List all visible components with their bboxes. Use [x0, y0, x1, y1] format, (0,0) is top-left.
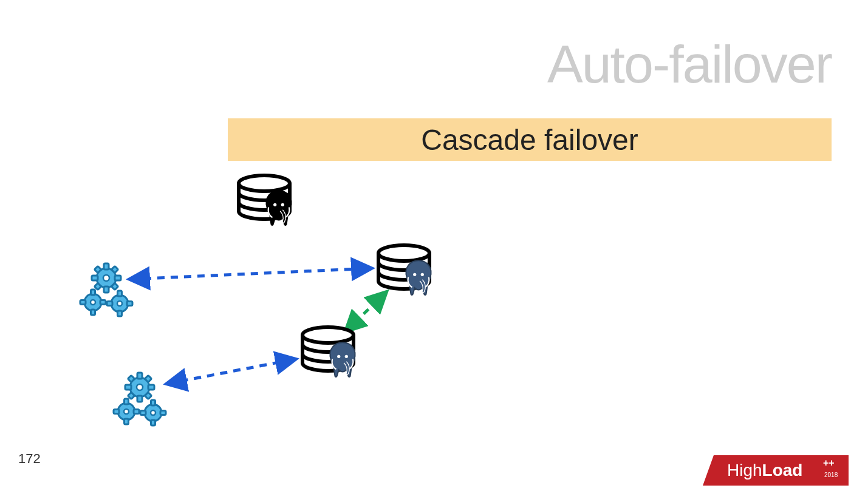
svg-text:HighLoad: HighLoad — [727, 461, 802, 480]
arrow-app-to-replica-bottom — [168, 359, 295, 384]
highload-logo: HighLoad ++ 2018 — [703, 452, 849, 488]
gear-cluster-icon — [80, 263, 132, 316]
db-replica-icon — [302, 327, 355, 377]
logo-plus: ++ — [823, 458, 835, 468]
db-replica-icon — [378, 245, 431, 295]
logo-part2: Load — [762, 461, 803, 480]
page-number: 172 — [18, 451, 41, 467]
diagram-canvas — [0, 0, 868, 488]
arrow-replica-to-replica — [346, 293, 386, 331]
slide: Auto-failover Cascade failover — [0, 0, 868, 488]
logo-part1: High — [727, 461, 762, 480]
gear-cluster-icon — [114, 373, 166, 425]
db-primary-icon — [239, 175, 292, 225]
arrow-app-to-replica-mid — [131, 268, 371, 279]
logo-year: 2018 — [824, 472, 838, 478]
